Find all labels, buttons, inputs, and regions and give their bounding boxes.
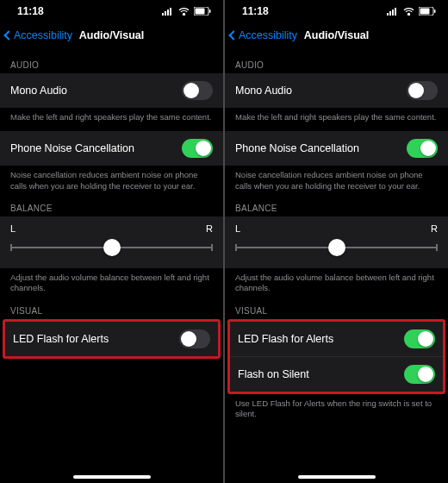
section-header-audio: AUDIO bbox=[225, 48, 448, 73]
row-noise-cancel[interactable]: Phone Noise Cancellation bbox=[225, 131, 448, 166]
mono-audio-label: Mono Audio bbox=[235, 85, 292, 97]
page-title: Audio/Visual bbox=[79, 29, 144, 41]
highlight-visual-rows: LED Flash for Alerts Flash on Silent bbox=[227, 319, 445, 394]
svg-rect-8 bbox=[389, 11, 391, 16]
footer-mono-audio: Make the left and right speakers play th… bbox=[225, 108, 448, 122]
toggle-noise-cancel[interactable] bbox=[407, 139, 438, 158]
footer-noise-cancel: Noise cancellation reduces ambient noise… bbox=[0, 166, 223, 191]
status-time: 11:18 bbox=[17, 5, 44, 17]
row-noise-cancel[interactable]: Phone Noise Cancellation bbox=[0, 131, 223, 166]
row-flash-silent[interactable]: Flash on Silent bbox=[230, 356, 443, 392]
svg-rect-10 bbox=[395, 8, 396, 16]
chevron-left-icon bbox=[228, 30, 238, 40]
back-button[interactable]: Accessibility bbox=[5, 29, 72, 41]
toggle-mono-audio[interactable] bbox=[407, 81, 438, 100]
back-label: Accessibility bbox=[239, 29, 297, 41]
footer-flash-silent: Use LED Flash for Alerts when the ring s… bbox=[225, 394, 448, 420]
section-header-balance: BALANCE bbox=[0, 191, 223, 216]
back-label: Accessibility bbox=[14, 29, 72, 41]
balance-right-label: R bbox=[431, 223, 438, 234]
balance-left-label: L bbox=[235, 223, 240, 234]
page-title: Audio/Visual bbox=[304, 29, 369, 41]
toggle-mono-audio[interactable] bbox=[182, 81, 213, 100]
toggle-led-flash[interactable] bbox=[404, 329, 435, 348]
phone-left: 11:18 Accessibility Audio/Visual AUDIO M… bbox=[0, 0, 223, 483]
mono-audio-label: Mono Audio bbox=[10, 85, 67, 97]
section-header-visual: VISUAL bbox=[0, 294, 223, 319]
battery-icon bbox=[419, 7, 436, 16]
back-button[interactable]: Accessibility bbox=[230, 29, 297, 41]
section-header-balance: BALANCE bbox=[225, 191, 448, 216]
status-time: 11:18 bbox=[242, 5, 269, 17]
row-led-flash[interactable]: LED Flash for Alerts bbox=[230, 322, 443, 356]
svg-rect-7 bbox=[387, 13, 389, 16]
svg-rect-6 bbox=[209, 9, 211, 13]
balance-slider[interactable]: L R bbox=[225, 216, 448, 268]
row-led-flash[interactable]: LED Flash for Alerts bbox=[5, 322, 218, 356]
battery-icon bbox=[194, 7, 211, 16]
svg-rect-5 bbox=[196, 9, 205, 15]
wifi-icon bbox=[403, 8, 414, 16]
toggle-flash-silent[interactable] bbox=[404, 365, 435, 384]
led-flash-label: LED Flash for Alerts bbox=[238, 333, 333, 345]
svg-rect-9 bbox=[392, 9, 394, 16]
footer-balance: Adjust the audio volume balance between … bbox=[0, 268, 223, 294]
svg-rect-3 bbox=[170, 8, 171, 16]
status-bar: 11:18 bbox=[225, 0, 448, 22]
footer-balance: Adjust the audio volume balance between … bbox=[225, 268, 448, 294]
svg-rect-13 bbox=[434, 9, 436, 13]
phone-right: 11:18 Accessibility Audio/Visual AUDIO M… bbox=[225, 0, 448, 483]
chevron-left-icon bbox=[3, 30, 13, 40]
toggle-led-flash[interactable] bbox=[179, 329, 210, 348]
signal-icon bbox=[387, 8, 399, 16]
footer-noise-cancel: Noise cancellation reduces ambient noise… bbox=[225, 166, 448, 191]
status-bar: 11:18 bbox=[0, 0, 223, 22]
svg-rect-0 bbox=[162, 13, 164, 16]
section-header-visual: VISUAL bbox=[225, 294, 448, 319]
footer-mono-audio: Make the left and right speakers play th… bbox=[0, 108, 223, 122]
flash-silent-label: Flash on Silent bbox=[238, 368, 309, 380]
balance-slider-thumb[interactable] bbox=[328, 239, 345, 256]
highlight-led-flash: LED Flash for Alerts bbox=[3, 319, 221, 359]
nav-bar: Accessibility Audio/Visual bbox=[0, 22, 223, 48]
row-mono-audio[interactable]: Mono Audio bbox=[225, 73, 448, 108]
balance-slider[interactable]: L R bbox=[0, 216, 223, 268]
row-mono-audio[interactable]: Mono Audio bbox=[0, 73, 223, 108]
section-header-audio: AUDIO bbox=[0, 48, 223, 73]
led-flash-label: LED Flash for Alerts bbox=[13, 333, 109, 345]
noise-cancel-label: Phone Noise Cancellation bbox=[10, 142, 134, 154]
balance-slider-thumb[interactable] bbox=[103, 239, 121, 256]
home-indicator[interactable] bbox=[298, 475, 376, 479]
signal-icon bbox=[162, 8, 174, 16]
noise-cancel-label: Phone Noise Cancellation bbox=[235, 142, 359, 154]
svg-rect-1 bbox=[165, 11, 166, 16]
svg-rect-2 bbox=[167, 9, 169, 16]
balance-right-label: R bbox=[206, 223, 213, 234]
toggle-noise-cancel[interactable] bbox=[182, 139, 213, 158]
balance-left-label: L bbox=[10, 223, 16, 234]
wifi-icon bbox=[178, 8, 190, 16]
nav-bar: Accessibility Audio/Visual bbox=[225, 22, 448, 48]
svg-rect-12 bbox=[420, 9, 430, 15]
home-indicator[interactable] bbox=[73, 475, 151, 479]
